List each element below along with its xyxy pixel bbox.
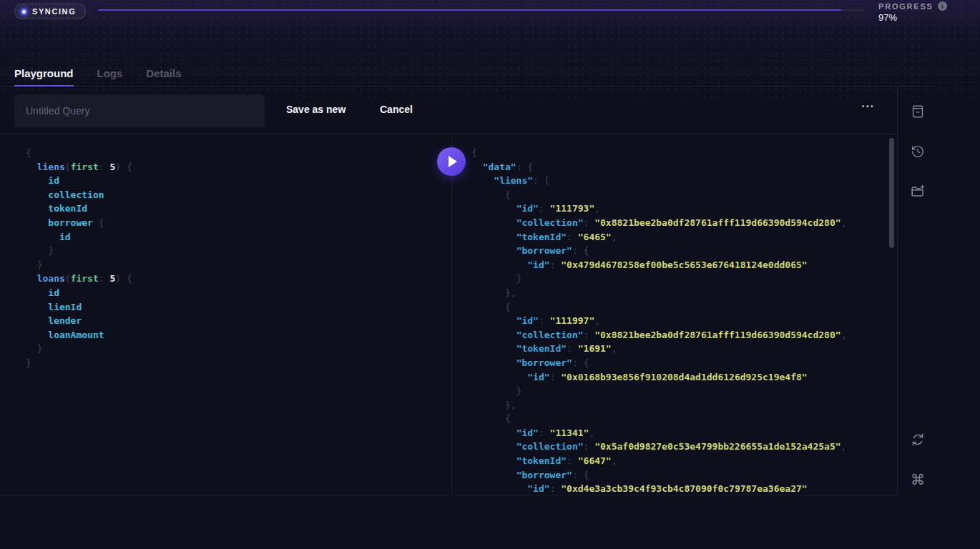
code-line: "tokenId": "1691", [471,342,846,356]
code-line: "borrower": { [471,356,846,370]
tab-bar: Playground Logs Details [0,67,936,86]
result-scrollbar[interactable] [889,138,894,248]
code-line: { [471,300,846,315]
code-line: } [26,356,132,370]
code-line: } [26,244,132,258]
code-line: id [26,286,132,300]
code-line: lienId [26,300,132,315]
code-line: liens(first: 5) { [26,160,132,174]
side-icon-rail: ⌘ [898,87,980,495]
saved-queries-icon[interactable] [909,103,926,120]
code-line: "id": "0x0168b93e856f910208d4ad1dd6126d9… [471,370,846,385]
code-line: tokenId [26,202,132,216]
playground-content: { liens(first: 5) { id collection tokenI… [0,134,898,495]
code-line: loanAmount [26,328,132,342]
cancel-button[interactable]: Cancel [380,104,413,115]
progress-value: 97% [878,12,947,23]
code-line: id [26,174,132,188]
code-line: "id": "11341", [471,426,846,440]
query-history-icon[interactable] [909,143,926,160]
code-line: }, [471,286,846,300]
sync-status-dot-icon [21,9,27,15]
sync-status-label: SYNCING [32,7,76,16]
result-viewer-code[interactable]: { "data": { "liens": [ { "id": "111793",… [471,146,846,496]
code-line: { [471,412,846,426]
code-line: "collection": "0x8821bee2ba0df28761afff1… [471,216,846,230]
code-line: "tokenId": "6465", [471,230,846,244]
code-line: } [471,272,846,286]
playground-screen: SYNCING PROGRESS i 97% Playground Logs D… [0,0,980,549]
code-line: collection [26,188,132,202]
code-line: } [26,342,132,356]
code-line: } [471,384,846,398]
pane-divider [451,134,452,495]
code-line: "data": { [471,160,846,174]
code-line: "borrower": { [471,244,846,258]
tab-logs[interactable]: Logs [97,67,123,86]
code-line: borrower { [26,216,132,230]
code-line: loans(first: 5) { [26,272,132,286]
code-line: "id": "111793", [471,202,846,216]
play-icon [449,156,457,167]
more-options-icon[interactable]: ••• [862,103,875,110]
keyboard-shortcuts-icon[interactable]: ⌘ [909,471,926,488]
code-line: "id": "111997", [471,314,846,328]
save-as-new-button[interactable]: Save as new [286,104,346,115]
query-editor-code[interactable]: { liens(first: 5) { id collection tokenI… [26,146,132,370]
progress-label: PROGRESS [878,2,934,11]
progress-indicator: PROGRESS i 97% [878,1,947,23]
query-name-input[interactable] [14,94,265,127]
code-line: } [26,258,132,272]
tab-playground[interactable]: Playground [14,67,74,86]
code-line: lender [26,314,132,328]
sync-status-badge: SYNCING [14,4,86,19]
code-line: "collection": "0x8821bee2ba0df28761afff1… [471,328,846,342]
query-toolbar: Save as new Cancel ••• [0,87,898,134]
code-line: "liens": [ [471,174,846,188]
code-line: { [471,146,846,160]
code-line: "collection": "0x5af0d9827e0c53e4799bb22… [471,440,846,454]
code-line: { [471,188,846,202]
code-line: "id": "0x479d4678258ef00be5c5653e6764181… [471,258,846,272]
code-line: "borrower": { [471,468,846,483]
tab-details[interactable]: Details [146,67,181,86]
refresh-icon[interactable] [909,431,926,448]
code-line: { [26,146,132,160]
run-query-button[interactable] [437,147,466,176]
new-folder-icon[interactable] [909,183,926,200]
code-line: id [26,230,132,244]
sync-progress-bar [98,9,864,11]
info-icon[interactable]: i [938,1,947,11]
code-line: "tokenId": "6647", [471,454,846,468]
sync-progress-fill [98,9,841,11]
code-line: }, [471,398,846,412]
code-line: "id": "0xd4e3a3cb39c4f93cb4c87090f0c7978… [471,482,846,496]
